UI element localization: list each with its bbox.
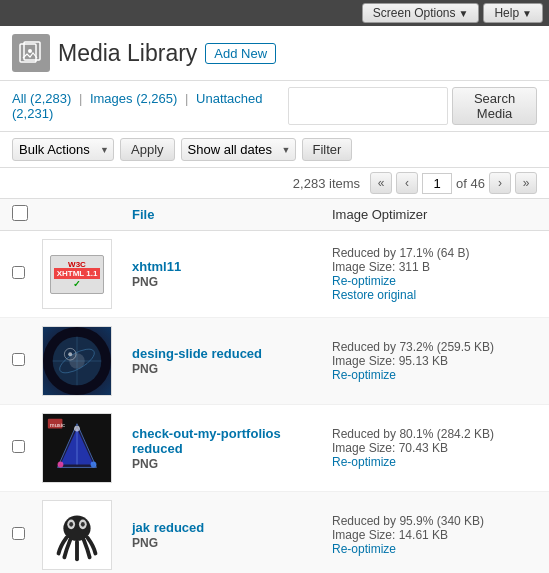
optimizer-reduced: Reduced by 95.9% (340 KB) bbox=[332, 514, 484, 528]
screen-options-arrow-icon: ▼ bbox=[459, 8, 469, 19]
svg-point-17 bbox=[74, 426, 80, 432]
file-type: PNG bbox=[132, 362, 158, 376]
reoptimize-link[interactable]: Re-optimize bbox=[332, 368, 396, 382]
reoptimize-link[interactable]: Re-optimize bbox=[332, 542, 396, 556]
optimizer-reduced: Reduced by 80.1% (284.2 KB) bbox=[332, 427, 494, 441]
thumb-portfolio: music bbox=[42, 413, 112, 483]
svg-point-25 bbox=[81, 522, 85, 527]
row-file-col: jak reduced PNG bbox=[132, 520, 332, 550]
filter-button[interactable]: Filter bbox=[302, 138, 353, 161]
table-row: jak reduced PNG Reduced by 95.9% (340 KB… bbox=[0, 492, 549, 573]
svg-point-16 bbox=[91, 462, 97, 468]
dates-select[interactable]: Show all dates bbox=[181, 138, 296, 161]
select-all-checkbox[interactable] bbox=[12, 205, 28, 221]
row-checkbox[interactable] bbox=[12, 266, 25, 279]
page-header: Media Library Add New bbox=[0, 26, 549, 81]
top-bar: Screen Options ▼ Help ▼ bbox=[0, 0, 549, 26]
table-header: File Image Optimizer bbox=[0, 199, 549, 231]
row-file-col: check-out-my-portfolios reduced PNG bbox=[132, 426, 332, 471]
row-thumb-col: music bbox=[42, 413, 132, 483]
table-row: music check-out-my-portfolios reduced PN… bbox=[0, 405, 549, 492]
reoptimize-link[interactable]: Re-optimize bbox=[332, 274, 396, 288]
actions-row: Bulk Actions Apply Show all dates Filter bbox=[0, 132, 549, 168]
row-checkbox[interactable] bbox=[12, 527, 25, 540]
search-row: All (2,283) | Images (2,265) | Unattache… bbox=[0, 81, 549, 132]
bulk-actions-wrap: Bulk Actions bbox=[12, 138, 114, 161]
next-page-button[interactable]: › bbox=[489, 172, 511, 194]
optimizer-size: Image Size: 95.13 KB bbox=[332, 354, 448, 368]
screen-options-button[interactable]: Screen Options ▼ bbox=[362, 3, 480, 23]
pagination-row: 2,283 items « ‹ of 46 › » bbox=[0, 168, 549, 199]
bulk-actions-select[interactable]: Bulk Actions bbox=[12, 138, 114, 161]
dates-wrap: Show all dates bbox=[181, 138, 296, 161]
page-of-label: of 46 bbox=[456, 176, 485, 191]
thumb-xhtml: W3C XHTML 1.1 ✓ bbox=[42, 239, 112, 309]
filter-images-link[interactable]: Images (2,265) bbox=[90, 91, 181, 106]
last-page-button[interactable]: » bbox=[515, 172, 537, 194]
page-title: Media Library bbox=[58, 40, 197, 67]
optimizer-reduced: Reduced by 17.1% (64 B) bbox=[332, 246, 469, 260]
file-name-link[interactable]: check-out-my-portfolios reduced bbox=[132, 426, 281, 456]
file-type: PNG bbox=[132, 457, 158, 471]
row-thumb-col bbox=[42, 326, 132, 396]
filter-links: All (2,283) | Images (2,265) | Unattache… bbox=[12, 91, 288, 121]
header-file-col: File bbox=[132, 207, 332, 222]
search-box-area: Search Media bbox=[288, 87, 537, 125]
row-thumb-col bbox=[42, 500, 132, 570]
row-checkbox-col bbox=[12, 527, 42, 543]
row-checkbox[interactable] bbox=[12, 353, 25, 366]
row-checkbox[interactable] bbox=[12, 440, 25, 453]
row-checkbox-col bbox=[12, 266, 42, 282]
file-type: PNG bbox=[132, 536, 158, 550]
svg-point-15 bbox=[58, 462, 64, 468]
svg-point-2 bbox=[28, 49, 32, 53]
sep-1: | bbox=[79, 91, 82, 106]
optimizer-size: Image Size: 14.61 KB bbox=[332, 528, 448, 542]
header-check-col bbox=[12, 205, 42, 224]
file-name-link[interactable]: desing-slide reduced bbox=[132, 346, 262, 361]
thumb-design bbox=[42, 326, 112, 396]
svg-text:music: music bbox=[50, 422, 65, 428]
row-optimizer-col: Reduced by 17.1% (64 B) Image Size: 311 … bbox=[332, 246, 537, 302]
search-input[interactable] bbox=[288, 87, 448, 125]
filter-all-link[interactable]: All (2,283) bbox=[12, 91, 75, 106]
reoptimize-link[interactable]: Re-optimize bbox=[332, 455, 396, 469]
optimizer-size: Image Size: 311 B bbox=[332, 260, 430, 274]
row-thumb-col: W3C XHTML 1.1 ✓ bbox=[42, 239, 132, 309]
file-type: PNG bbox=[132, 275, 158, 289]
row-optimizer-col: Reduced by 80.1% (284.2 KB) Image Size: … bbox=[332, 427, 537, 469]
thumb-jak bbox=[42, 500, 112, 570]
restore-original-link[interactable]: Restore original bbox=[332, 288, 416, 302]
page-number-input[interactable] bbox=[422, 173, 452, 194]
add-new-button[interactable]: Add New bbox=[205, 43, 276, 64]
search-media-button[interactable]: Search Media bbox=[452, 87, 537, 125]
apply-button[interactable]: Apply bbox=[120, 138, 175, 161]
first-page-button[interactable]: « bbox=[370, 172, 392, 194]
file-name-link[interactable]: xhtml11 bbox=[132, 259, 181, 274]
svg-point-10 bbox=[68, 352, 72, 356]
items-count: 2,283 items bbox=[293, 176, 360, 191]
svg-point-24 bbox=[69, 522, 73, 527]
page-icon bbox=[12, 34, 50, 72]
table-row: W3C XHTML 1.1 ✓ xhtml11 PNG Reduced by 1… bbox=[0, 231, 549, 318]
row-file-col: xhtml11 PNG bbox=[132, 259, 332, 289]
prev-page-button[interactable]: ‹ bbox=[396, 172, 418, 194]
screen-options-label: Screen Options bbox=[373, 6, 456, 20]
row-checkbox-col bbox=[12, 353, 42, 369]
file-name-link[interactable]: jak reduced bbox=[132, 520, 204, 535]
optimizer-size: Image Size: 70.43 KB bbox=[332, 441, 448, 455]
optimizer-reduced: Reduced by 73.2% (259.5 KB) bbox=[332, 340, 494, 354]
row-optimizer-col: Reduced by 95.9% (340 KB) Image Size: 14… bbox=[332, 514, 537, 556]
row-optimizer-col: Reduced by 73.2% (259.5 KB) Image Size: … bbox=[332, 340, 537, 382]
header-optimizer-col: Image Optimizer bbox=[332, 207, 537, 222]
row-checkbox-col bbox=[12, 440, 42, 456]
table-row: desing-slide reduced PNG Reduced by 73.2… bbox=[0, 318, 549, 405]
table-body: W3C XHTML 1.1 ✓ xhtml11 PNG Reduced by 1… bbox=[0, 231, 549, 573]
help-label: Help bbox=[494, 6, 519, 20]
help-arrow-icon: ▼ bbox=[522, 8, 532, 19]
sep-2: | bbox=[185, 91, 188, 106]
help-button[interactable]: Help ▼ bbox=[483, 3, 543, 23]
row-file-col: desing-slide reduced PNG bbox=[132, 346, 332, 376]
